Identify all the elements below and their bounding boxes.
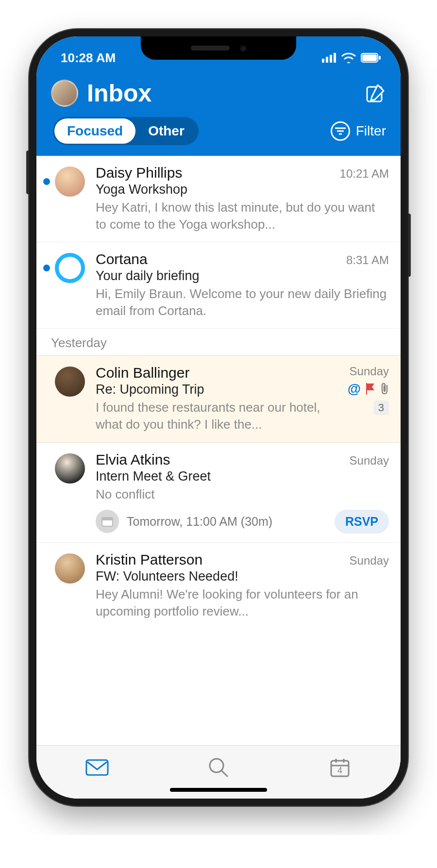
email-row[interactable]: Kristin Patterson Sunday FW: Volunteers … [36, 543, 401, 629]
unread-dot [43, 265, 50, 271]
screen: 10:28 AM Inbox [36, 36, 401, 799]
sender-avatar [55, 367, 85, 397]
sender-avatar [55, 553, 85, 584]
cortana-avatar [55, 253, 85, 283]
sender-avatar [55, 453, 85, 484]
email-preview: I found these restaurants near our hotel… [96, 399, 326, 433]
email-subject: Intern Meet & Greet [96, 469, 389, 484]
svg-line-15 [222, 771, 227, 776]
email-row[interactable]: Colin Ballinger Re: Upcoming Trip I foun… [36, 355, 401, 442]
calendar-tab[interactable]: 4 [328, 756, 352, 779]
calendar-chip-icon [96, 510, 119, 533]
svg-rect-2 [330, 55, 332, 63]
page-title: Inbox [87, 79, 151, 107]
email-preview: Hey Katri, I know this last minute, but … [96, 199, 389, 233]
svg-rect-0 [322, 59, 324, 63]
tab-focused[interactable]: Focused [54, 118, 135, 144]
profile-avatar[interactable] [51, 80, 78, 107]
filter-label: Filter [356, 123, 386, 139]
email-time: Sunday [350, 365, 389, 378]
email-preview: Hey Alumni! We're looking for volunteers… [96, 586, 389, 620]
sender-name: Colin Ballinger [96, 365, 189, 381]
flag-icon [366, 383, 375, 395]
sender-name: Elvia Atkins [96, 451, 170, 468]
event-chip: Tomorrow, 11:00 AM (30m) RSVP [96, 510, 389, 534]
email-row[interactable]: Cortana 8:31 AM Your daily briefing Hi, … [36, 242, 401, 329]
email-time: 10:21 AM [340, 167, 389, 181]
email-subject: FW: Volunteers Needed! [96, 569, 389, 584]
status-right [322, 52, 381, 63]
svg-rect-13 [86, 760, 108, 775]
email-time: 8:31 AM [346, 253, 389, 267]
email-row[interactable]: Daisy Phillips 10:21 AM Yoga Workshop He… [36, 156, 401, 242]
thread-count: 3 [373, 401, 389, 415]
cellular-icon [322, 53, 336, 63]
filter-icon [331, 121, 350, 141]
filter-button[interactable]: Filter [331, 121, 386, 141]
sender-name: Daisy Phillips [96, 165, 182, 181]
compose-button[interactable] [365, 83, 386, 104]
sender-name: Cortana [96, 251, 148, 267]
battery-icon [361, 53, 381, 63]
email-list[interactable]: Daisy Phillips 10:21 AM Yoga Workshop He… [36, 156, 401, 745]
svg-rect-12 [102, 517, 113, 520]
home-indicator[interactable] [170, 788, 267, 792]
unread-dot [43, 178, 50, 185]
mention-icon: @ [348, 381, 361, 397]
email-subject: Yoga Workshop [96, 182, 389, 197]
svg-rect-6 [379, 56, 381, 60]
attachment-icon [380, 383, 389, 395]
inbox-tabs: Focused Other [53, 117, 199, 145]
search-tab[interactable] [207, 756, 230, 779]
section-header-yesterday: Yesterday [36, 329, 401, 355]
mail-tab[interactable] [85, 756, 109, 779]
sender-name: Kristin Patterson [96, 551, 202, 568]
email-preview: Hi, Emily Braun. Welcome to your new dai… [96, 285, 389, 319]
event-time-text: Tomorrow, 11:00 AM (30m) [127, 515, 327, 529]
svg-rect-1 [326, 57, 328, 63]
status-time: 10:28 AM [61, 50, 116, 66]
notch [141, 36, 296, 60]
email-subject: Re: Upcoming Trip [96, 382, 326, 397]
phone-frame: 10:28 AM Inbox [29, 29, 408, 806]
email-preview: No conflict [96, 486, 389, 503]
app-header: Inbox Focused Other Filter [36, 70, 401, 156]
svg-rect-5 [362, 54, 377, 61]
svg-rect-3 [334, 53, 336, 63]
email-time: Sunday [350, 554, 389, 568]
email-time: Sunday [350, 454, 389, 467]
wifi-icon [341, 52, 356, 63]
email-subject: Your daily briefing [96, 268, 389, 284]
tab-other[interactable]: Other [135, 118, 197, 144]
calendar-day-number: 4 [328, 766, 352, 776]
email-row[interactable]: Elvia Atkins Sunday Intern Meet & Greet … [36, 443, 401, 543]
sender-avatar [55, 167, 85, 197]
svg-point-14 [210, 759, 223, 772]
rsvp-button[interactable]: RSVP [335, 510, 389, 534]
